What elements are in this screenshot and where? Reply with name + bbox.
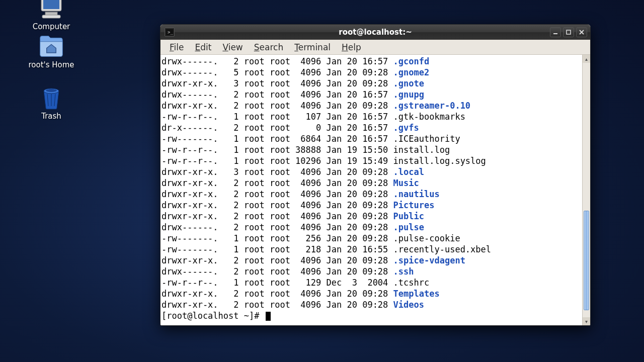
listing-row: drwxr-xr-x. 2 root root 4096 Jan 20 09:2… <box>162 288 582 299</box>
svg-rect-12 <box>567 30 571 34</box>
listing-row: dr-x------. 2 root root 0 Jan 20 16:57 .… <box>162 122 582 133</box>
listing-row: drwxr-xr-x. 2 root root 4096 Jan 20 09:2… <box>162 299 582 310</box>
terminal-app-icon: >_ <box>165 28 175 37</box>
maximize-button[interactable] <box>563 27 574 37</box>
file-name: .gconfd <box>393 56 430 66</box>
listing-row: drwxr-xr-x. 3 root root 4096 Jan 20 09:2… <box>162 78 582 89</box>
listing-row: drwxr-xr-x. 2 root root 4096 Jan 20 09:2… <box>162 100 582 111</box>
listing-row: -rw-r--r--. 1 root root 38888 Jan 19 15:… <box>162 144 582 155</box>
svg-rect-2 <box>45 12 57 15</box>
file-name: .tcshrc <box>393 278 430 288</box>
listing-row: drwxr-xr-x. 2 root root 4096 Jan 20 09:2… <box>162 177 582 189</box>
minimize-button[interactable] <box>550 27 561 37</box>
svg-rect-1 <box>43 0 59 9</box>
file-name: Public <box>393 211 424 221</box>
file-name: .gvfs <box>393 123 419 133</box>
menu-edit[interactable]: Edit <box>190 41 216 54</box>
prompt: [root@localhost ~]# <box>162 310 582 321</box>
listing-row: drwxr-xr-x. 3 root root 4096 Jan 20 09:2… <box>162 166 582 177</box>
file-name: .local <box>393 167 424 177</box>
listing-row: drwxr-xr-x. 2 root root 4096 Jan 20 09:2… <box>162 211 582 222</box>
trash-icon <box>38 86 64 109</box>
listing-row: drwxr-xr-x. 2 root root 4096 Jan 20 09:2… <box>162 200 582 211</box>
listing-row: drwxr-xr-x. 2 root root 4096 Jan 20 09:2… <box>162 255 582 266</box>
folder-home-icon <box>38 35 64 57</box>
desktop-icon-label: Trash <box>21 112 82 121</box>
file-name: .gnome2 <box>393 67 430 77</box>
svg-text:>_: >_ <box>168 30 173 35</box>
file-name: .nautilus <box>393 189 440 199</box>
desktop-icon-label: Computer <box>21 22 82 31</box>
listing-row: -rw-------. 1 root root 218 Jan 20 16:55… <box>162 244 582 255</box>
scroll-up-button[interactable]: ▴ <box>583 55 590 63</box>
desktop-icon-trash[interactable]: Trash <box>21 86 82 121</box>
scrollbar[interactable]: ▴ ▾ <box>582 55 590 325</box>
terminal-window: >_ root@localhost:~ File Edit View Searc… <box>160 24 591 326</box>
computer-icon <box>38 0 64 19</box>
listing-row: -rw-r--r--. 1 root root 10296 Jan 19 15:… <box>162 155 582 166</box>
scroll-down-button[interactable]: ▾ <box>583 317 590 325</box>
listing-row: drwxr-xr-x. 2 root root 4096 Jan 20 09:2… <box>162 189 582 200</box>
menu-terminal[interactable]: Terminal <box>289 41 336 54</box>
svg-point-5 <box>46 89 57 92</box>
file-name: .ssh <box>393 266 414 277</box>
file-name: .gnote <box>393 78 424 88</box>
file-name: install.log <box>393 145 450 155</box>
titlebar[interactable]: >_ root@localhost:~ <box>160 25 590 40</box>
listing-row: -rw-------. 1 root root 6864 Jan 20 16:5… <box>162 133 582 144</box>
cursor <box>266 312 271 321</box>
window-title: root@localhost:~ <box>160 28 590 37</box>
file-name: .pulse <box>393 222 424 232</box>
listing-row: drwx------. 2 root root 4096 Jan 20 09:2… <box>162 222 582 233</box>
desktop-icon-label: root's Home <box>21 60 82 69</box>
file-name: .gnupg <box>393 89 424 100</box>
desktop-icon-home[interactable]: root's Home <box>21 35 82 69</box>
file-name: Videos <box>393 300 424 310</box>
file-name: Templates <box>393 289 440 299</box>
file-name: Pictures <box>393 200 435 210</box>
menu-help[interactable]: Help <box>337 41 366 54</box>
file-name: .gstreamer-0.10 <box>393 101 471 111</box>
file-name: install.log.syslog <box>393 156 486 166</box>
listing-row: drwx------. 2 root root 4096 Jan 20 16:5… <box>162 89 582 100</box>
listing-row: -rw-r--r--. 1 root root 107 Jan 20 16:57… <box>162 111 582 122</box>
listing-row: drwx------. 5 root root 4096 Jan 20 09:2… <box>162 67 582 78</box>
desktop-icon-computer[interactable]: Computer <box>21 0 82 31</box>
file-name: .gtk-bookmarks <box>393 112 465 122</box>
terminal-output[interactable]: drwx------. 2 root root 4096 Jan 20 16:5… <box>160 55 582 325</box>
listing-row: drwx------. 2 root root 4096 Jan 20 09:2… <box>162 266 582 277</box>
file-name: .pulse-cookie <box>393 233 460 243</box>
file-name: .recently-used.xbel <box>393 244 491 254</box>
scroll-thumb[interactable] <box>584 211 589 310</box>
menu-file[interactable]: File <box>165 41 189 54</box>
menu-view[interactable]: View <box>217 41 248 54</box>
menubar: File Edit View Search Terminal Help <box>160 40 590 55</box>
file-name: .spice-vdagent <box>393 255 465 265</box>
listing-row: -rw-r--r--. 1 root root 129 Dec 3 2004 .… <box>162 277 582 288</box>
listing-row: -rw-------. 1 root root 256 Jan 20 09:28… <box>162 233 582 244</box>
menu-search[interactable]: Search <box>249 41 288 54</box>
listing-row: drwx------. 2 root root 4096 Jan 20 16:5… <box>162 56 582 67</box>
file-name: Music <box>393 178 419 188</box>
svg-rect-3 <box>42 15 60 18</box>
close-button[interactable] <box>576 27 587 37</box>
file-name: .ICEauthority <box>393 134 460 144</box>
